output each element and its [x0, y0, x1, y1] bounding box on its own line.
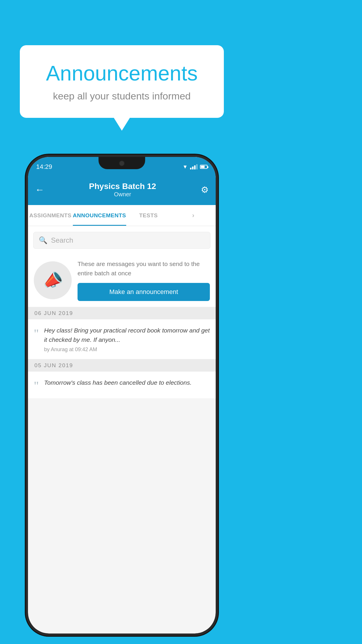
content-area: 🔍 Search 📣 These are messages you want t… [28, 226, 216, 399]
settings-icon[interactable]: ⚙ [201, 185, 209, 195]
bubble-subtitle: keep all your students informed [37, 90, 206, 102]
status-time: 14:29 [36, 163, 52, 171]
announcement-content-1: Hey class! Bring your practical record b… [44, 326, 210, 353]
announcement-text-1: Hey class! Bring your practical record b… [44, 326, 210, 344]
bubble-title: Announcements [37, 61, 206, 85]
tab-assignments[interactable]: ASSIGNMENTS [28, 205, 73, 226]
tabs-container: ASSIGNMENTS ANNOUNCEMENTS TESTS › [28, 205, 216, 226]
search-placeholder: Search [51, 236, 73, 244]
announcement-meta-1: by Anurag at 09:42 AM [44, 346, 210, 353]
speech-bubble: Announcements keep all your students inf… [20, 45, 224, 118]
header-center: Physics Batch 12 Owner [89, 182, 156, 198]
make-announcement-button[interactable]: Make an announcement [78, 283, 210, 301]
quote-icon-1: " [34, 328, 39, 340]
speech-bubble-container: Announcements keep all your students inf… [20, 45, 224, 118]
phone-volume-down-button [26, 268, 27, 291]
promo-icon-circle: 📣 [34, 261, 72, 299]
date-separator-2: 05 JUN 2019 [28, 359, 216, 372]
announcement-item-2[interactable]: " Tomorrow's class has been cancelled du… [28, 372, 216, 399]
tab-tests[interactable]: TESTS [126, 205, 171, 226]
phone-screen: 14:29 ▼ [28, 157, 216, 634]
phone-wrapper: 14:29 ▼ [26, 155, 218, 636]
quote-icon-2: " [34, 380, 39, 392]
phone-frame: 14:29 ▼ [26, 155, 218, 636]
announcement-content-2: Tomorrow's class has been cancelled due … [44, 378, 191, 390]
date-separator-1: 06 JUN 2019 [28, 307, 216, 319]
promo-card: 📣 These are messages you want to send to… [28, 253, 216, 307]
megaphone-icon: 📣 [41, 268, 65, 292]
search-icon: 🔍 [39, 236, 48, 244]
tab-announcements[interactable]: ANNOUNCEMENTS [73, 205, 126, 226]
batch-role: Owner [89, 191, 156, 198]
announcement-text-2: Tomorrow's class has been cancelled due … [44, 378, 191, 387]
promo-right: These are messages you want to send to t… [78, 259, 210, 301]
promo-description: These are messages you want to send to t… [78, 259, 210, 278]
status-icons: ▼ [182, 164, 208, 170]
phone-notch [99, 157, 145, 169]
phone-power-button [217, 250, 218, 288]
wifi-icon: ▼ [182, 164, 188, 170]
tab-more[interactable]: › [171, 205, 216, 226]
search-bar[interactable]: 🔍 Search [33, 232, 210, 249]
battery-icon [200, 165, 208, 169]
phone-volume-up-button [26, 239, 27, 262]
announcement-item-1[interactable]: " Hey class! Bring your practical record… [28, 319, 216, 359]
back-button[interactable]: ← [35, 184, 44, 195]
signal-icon [190, 164, 198, 169]
phone-camera [119, 160, 125, 166]
app-header: ← Physics Batch 12 Owner ⚙ [28, 174, 216, 205]
batch-title: Physics Batch 12 [89, 182, 156, 191]
